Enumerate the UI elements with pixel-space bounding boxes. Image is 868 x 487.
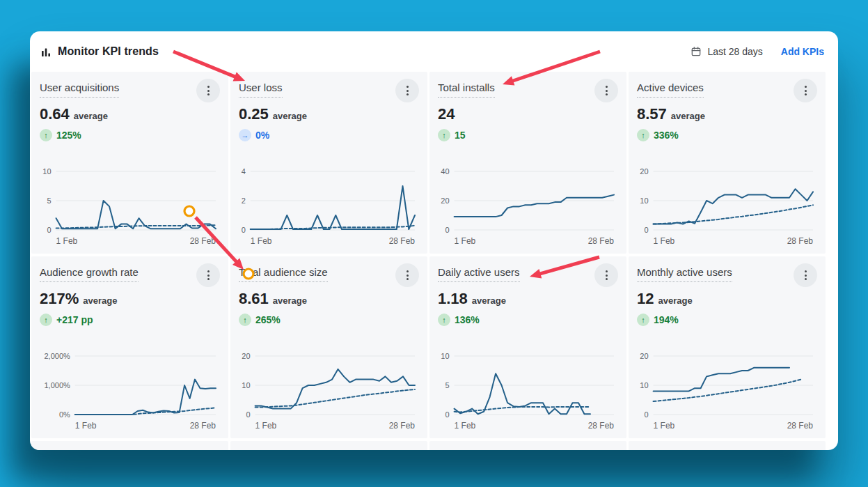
svg-text:20: 20 <box>441 196 449 205</box>
kpi-title[interactable]: Total audience size <box>239 266 328 282</box>
kpi-value: 0.64 <box>40 105 70 123</box>
trend-arrow-icon: ↑ <box>40 314 52 326</box>
kebab-menu-icon[interactable] <box>794 79 817 102</box>
clipped-card-row <box>31 441 228 450</box>
svg-text:28 Feb: 28 Feb <box>190 421 216 431</box>
kpi-title[interactable]: User acquisitions <box>40 82 119 98</box>
kpi-line-chart: 402001 Feb28 Feb <box>438 166 618 249</box>
kpi-card-total-installs: Total installs 24 ↑ 15 402001 Feb28 Feb <box>429 72 626 254</box>
kpi-value-suffix: average <box>74 111 108 121</box>
svg-text:1 Feb: 1 Feb <box>654 421 675 431</box>
trend-label: +217 pp <box>56 314 93 325</box>
kpi-title[interactable]: User loss <box>239 82 283 98</box>
svg-text:10: 10 <box>441 352 449 360</box>
kpi-card-monthly-active-users: Monthly active users 12 average ↑ 194% 2… <box>629 256 826 438</box>
kpi-title[interactable]: Monthly active users <box>637 266 732 282</box>
svg-text:0: 0 <box>445 226 449 234</box>
trend-label: 136% <box>455 314 480 325</box>
kpi-grid: User acquisitions 0.64 average ↑ 125% 10… <box>30 72 838 450</box>
kpi-value: 24 <box>438 105 455 123</box>
kpi-value-suffix: average <box>273 295 307 306</box>
page-title: Monitor KPI trends <box>58 45 159 58</box>
kpi-value-suffix: average <box>472 295 506 306</box>
svg-text:10: 10 <box>242 381 250 389</box>
svg-text:0: 0 <box>445 410 449 419</box>
kpi-card-active-devices: Active devices 8.57 average ↑ 336% 20100… <box>629 72 826 254</box>
kpi-value: 8.61 <box>239 290 269 308</box>
kpi-value: 12 <box>637 290 654 308</box>
kpi-value: 1.18 <box>438 290 468 308</box>
svg-text:10: 10 <box>640 381 648 389</box>
kebab-menu-icon[interactable] <box>196 263 220 287</box>
svg-text:20: 20 <box>640 352 648 360</box>
kpi-line-chart: 4201 Feb28 Feb <box>239 166 419 249</box>
trend-arrow-icon: ↑ <box>438 129 450 141</box>
kpi-title[interactable]: Daily active users <box>438 266 520 282</box>
svg-text:1 Feb: 1 Feb <box>251 236 272 246</box>
trend-label: 15 <box>455 130 466 141</box>
date-range-label: Last 28 days <box>707 46 762 57</box>
svg-text:20: 20 <box>640 167 648 176</box>
trend-badge: ↑ 265% <box>239 314 419 326</box>
trend-arrow-icon: ↑ <box>40 129 52 141</box>
kpi-card-user-loss: User loss 0.25 average → 0% 4201 Feb28 F… <box>230 72 427 254</box>
kebab-menu-icon[interactable] <box>395 79 419 102</box>
svg-text:1,000%: 1,000% <box>44 381 70 389</box>
trend-arrow-icon: ↑ <box>239 314 251 326</box>
svg-text:4: 4 <box>242 167 246 176</box>
clipped-card-row <box>230 441 427 450</box>
trend-arrow-icon: ↑ <box>637 314 649 326</box>
trend-badge: ↑ 194% <box>637 314 817 326</box>
kpi-value-suffix: average <box>658 295 692 306</box>
svg-text:28 Feb: 28 Feb <box>588 236 615 246</box>
kebab-menu-icon[interactable] <box>196 79 220 102</box>
add-kpis-button[interactable]: Add KPIs <box>781 46 824 57</box>
kpi-value: 217% <box>40 290 79 308</box>
kpi-line-chart: 201001 Feb28 Feb <box>239 350 419 434</box>
clipped-card-row <box>629 441 826 450</box>
svg-text:1 Feb: 1 Feb <box>455 236 476 246</box>
svg-text:1 Feb: 1 Feb <box>654 236 675 246</box>
svg-text:28 Feb: 28 Feb <box>389 236 416 246</box>
kpi-line-chart: 201001 Feb28 Feb <box>637 350 817 434</box>
svg-text:2: 2 <box>242 196 246 205</box>
date-range-selector[interactable]: Last 28 days <box>691 46 762 57</box>
svg-text:0: 0 <box>644 226 648 234</box>
svg-text:1 Feb: 1 Feb <box>255 421 277 431</box>
svg-text:1 Feb: 1 Feb <box>455 421 476 431</box>
svg-text:28 Feb: 28 Feb <box>190 236 216 246</box>
svg-text:28 Feb: 28 Feb <box>588 421 615 431</box>
kpi-title[interactable]: Active devices <box>637 82 704 98</box>
kpi-value-suffix: average <box>671 111 705 121</box>
kpi-value: 8.57 <box>637 105 667 123</box>
kpi-card-daily-active-users: Daily active users 1.18 average ↑ 136% 1… <box>429 256 626 438</box>
kpi-title[interactable]: Total installs <box>438 82 495 98</box>
trend-arrow-icon: ↑ <box>637 129 649 141</box>
kpi-line-chart: 10501 Feb28 Feb <box>438 350 618 434</box>
svg-text:5: 5 <box>445 381 449 389</box>
kpi-value-suffix: average <box>83 295 117 306</box>
kpi-dashboard-panel: Monitor KPI trends Last 28 days Add KPIs <box>30 31 838 450</box>
svg-text:40: 40 <box>441 167 449 176</box>
kebab-menu-icon[interactable] <box>594 263 618 287</box>
kpi-line-chart: 10501 Feb28 Feb <box>40 166 220 249</box>
trend-label: 194% <box>654 314 679 325</box>
svg-text:0: 0 <box>246 410 250 419</box>
kebab-menu-icon[interactable] <box>794 263 817 287</box>
kpi-card-total-audience-size: Total audience size 8.61 average ↑ 265% … <box>230 256 427 438</box>
trend-badge: ↑ +217 pp <box>40 314 220 326</box>
kpi-value-suffix: average <box>273 111 307 121</box>
svg-text:2,000%: 2,000% <box>44 352 70 360</box>
trend-badge: ↑ 336% <box>637 129 817 141</box>
trend-arrow-icon: → <box>239 129 251 141</box>
svg-text:20: 20 <box>242 352 250 360</box>
trend-label: 336% <box>654 130 679 141</box>
kpi-title[interactable]: Audience growth rate <box>40 266 139 282</box>
kpi-line-chart: 2,000%1,000%0%1 Feb28 Feb <box>40 350 220 434</box>
kebab-menu-icon[interactable] <box>395 263 419 287</box>
svg-text:10: 10 <box>640 196 648 205</box>
clipped-card-row <box>429 441 626 450</box>
svg-text:0: 0 <box>47 226 51 234</box>
kebab-menu-icon[interactable] <box>594 79 618 102</box>
svg-text:10: 10 <box>42 167 51 176</box>
